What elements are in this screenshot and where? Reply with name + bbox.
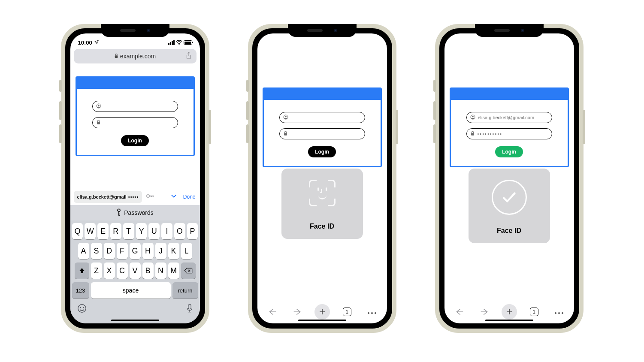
emoji-key[interactable] — [77, 304, 87, 315]
password-field[interactable]: •••••••••• — [466, 128, 552, 139]
tabs-button[interactable]: 1 — [339, 304, 355, 320]
new-tab-button[interactable] — [502, 304, 517, 320]
home-indicator[interactable] — [298, 320, 346, 321]
password-value: •••••••••• — [478, 131, 503, 136]
password-field[interactable] — [279, 128, 365, 139]
user-icon — [470, 115, 475, 121]
phone-mockup-3: elisa.g.beckett@gmail.com •••••••••• Log… — [435, 24, 584, 333]
phone-mockup-1: 10:00 example.com — [61, 24, 209, 333]
backspace-key[interactable] — [181, 262, 196, 279]
forward-button[interactable] — [290, 304, 305, 320]
autofill-credential-suggestion[interactable]: elisa.g.beckett@gmail ••••• — [74, 191, 142, 203]
login-button[interactable]: Login — [308, 146, 336, 157]
more-button[interactable] — [364, 304, 380, 320]
key-s[interactable]: S — [91, 243, 102, 259]
status-time: 10:00 — [78, 39, 92, 46]
key-i[interactable]: I — [161, 223, 172, 239]
svg-point-0 — [178, 44, 179, 45]
key-u[interactable]: U — [148, 223, 160, 239]
faceid-prompt: Face ID — [281, 169, 363, 239]
login-button[interactable]: Login — [121, 135, 149, 146]
key-q[interactable]: Q — [72, 223, 83, 239]
key-l[interactable]: L — [181, 243, 192, 259]
key-a[interactable]: A — [78, 243, 89, 259]
new-tab-button[interactable] — [314, 304, 330, 320]
svg-rect-4 — [97, 122, 100, 124]
login-button[interactable]: Login — [495, 146, 523, 157]
login-card: elisa.g.beckett@gmail.com •••••••••• Log… — [450, 87, 569, 167]
password-field[interactable] — [92, 117, 178, 128]
username-field[interactable]: elisa.g.beckett@gmail.com — [466, 112, 552, 123]
key-r[interactable]: R — [110, 223, 121, 239]
return-key[interactable]: return — [172, 282, 198, 299]
key-y[interactable]: Y — [136, 223, 147, 239]
wifi-icon — [176, 39, 182, 46]
svg-rect-8 — [151, 196, 152, 197]
home-indicator[interactable] — [485, 320, 533, 321]
more-button[interactable] — [551, 304, 567, 320]
login-card: Login — [76, 76, 195, 156]
key-p[interactable]: P — [187, 223, 198, 239]
svg-point-3 — [98, 105, 99, 106]
keyboard-done-button[interactable]: Done — [183, 194, 197, 200]
user-icon — [96, 103, 101, 109]
svg-point-15 — [83, 307, 84, 308]
key-k[interactable]: K — [168, 243, 179, 259]
url-text: example.com — [120, 53, 156, 60]
safari-url-bar[interactable]: example.com — [74, 49, 197, 63]
key-m[interactable]: M — [168, 262, 179, 279]
key-e[interactable]: E — [97, 223, 109, 239]
svg-rect-19 — [284, 133, 287, 136]
battery-icon — [184, 40, 192, 45]
key-b[interactable]: B — [142, 262, 154, 279]
key-t[interactable]: T — [123, 223, 134, 239]
username-field[interactable] — [279, 112, 365, 123]
key-o[interactable]: O — [174, 223, 185, 239]
tabs-count: 1 — [532, 309, 535, 314]
faceid-scan-icon — [307, 180, 338, 211]
key-v[interactable]: V — [130, 262, 141, 279]
back-button[interactable] — [265, 304, 280, 320]
chevron-down-icon[interactable] — [170, 193, 177, 200]
key-h[interactable]: H — [142, 243, 154, 259]
dictation-key[interactable] — [186, 304, 193, 315]
numbers-key[interactable]: 123 — [72, 282, 89, 299]
phone-mockup-2: Login Face ID — [248, 24, 396, 333]
svg-point-5 — [147, 195, 149, 197]
key-g[interactable]: G — [130, 243, 141, 259]
key-z[interactable]: Z — [91, 262, 102, 279]
login-card: Login — [263, 87, 382, 167]
username-field[interactable] — [92, 101, 178, 112]
back-button[interactable] — [452, 304, 467, 320]
key-icon[interactable] — [146, 193, 155, 200]
key-d[interactable]: D — [104, 243, 115, 259]
share-icon[interactable] — [185, 52, 192, 61]
passwords-shortcut[interactable]: Passwords — [70, 205, 200, 220]
svg-point-21 — [472, 116, 473, 117]
svg-rect-7 — [153, 196, 154, 197]
faceid-prompt: Face ID — [469, 169, 550, 243]
key-x[interactable]: X — [104, 262, 115, 279]
key-w[interactable]: W — [85, 223, 96, 239]
tabs-count: 1 — [345, 309, 348, 314]
faceid-label: Face ID — [310, 223, 334, 230]
key-f[interactable]: F — [117, 243, 128, 259]
svg-rect-16 — [188, 305, 190, 309]
autofill-suggestion-bar: elisa.g.beckett@gmail ••••• | Done — [70, 188, 200, 205]
home-indicator[interactable] — [111, 320, 159, 321]
shift-key[interactable] — [75, 262, 89, 279]
key-n[interactable]: N — [155, 262, 166, 279]
lock-icon — [114, 53, 118, 59]
svg-rect-10 — [118, 211, 119, 215]
forward-button[interactable] — [477, 304, 492, 320]
tabs-button[interactable]: 1 — [526, 304, 542, 320]
keyboard-region: elisa.g.beckett@gmail ••••• | Done Passw… — [70, 188, 200, 323]
svg-point-13 — [78, 305, 85, 312]
space-key[interactable]: space — [91, 282, 171, 299]
key-c[interactable]: C — [117, 262, 128, 279]
svg-point-18 — [285, 116, 286, 117]
key-j[interactable]: J — [155, 243, 166, 259]
lock-icon — [96, 120, 101, 126]
lock-icon — [283, 131, 288, 137]
svg-rect-12 — [118, 215, 120, 216]
